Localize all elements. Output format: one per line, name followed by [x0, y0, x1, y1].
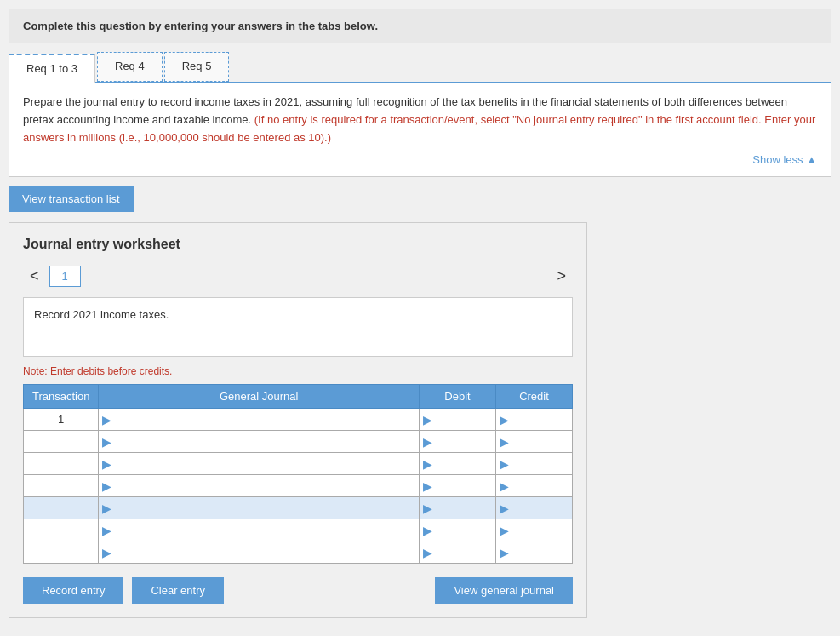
tab-req1to3[interactable]: Req 1 to 3: [9, 54, 95, 83]
journal-table: Transaction General Journal Debit Credit…: [23, 384, 573, 564]
cell-debit-4[interactable]: ▶: [420, 497, 496, 519]
cell-debit-2[interactable]: ▶: [420, 453, 496, 475]
input-marker-general-0: ▶: [99, 413, 111, 427]
table-row: 1▶▶▶: [24, 409, 573, 431]
cell-credit-4[interactable]: ▶: [496, 497, 573, 519]
cell-debit-5[interactable]: ▶: [420, 519, 496, 541]
input-marker-debit-5: ▶: [420, 524, 432, 537]
show-less-container: Show less ▲: [23, 153, 817, 166]
nav-row: < 1 >: [23, 264, 573, 289]
general-journal-input-5[interactable]: [111, 519, 419, 541]
table-row: ▶▶▶: [24, 453, 573, 475]
entry-description-text: Record 2021 income taxes.: [34, 308, 169, 321]
credit-input-6[interactable]: [509, 541, 572, 563]
table-row: ▶▶▶: [24, 475, 573, 497]
cell-credit-6[interactable]: ▶: [496, 541, 573, 564]
input-marker-credit-1: ▶: [496, 435, 509, 449]
input-marker-general-1: ▶: [99, 435, 111, 449]
input-marker-general-5: ▶: [99, 524, 111, 537]
input-marker-general-4: ▶: [99, 501, 111, 515]
debit-input-5[interactable]: [432, 519, 495, 541]
cell-transaction-4: [24, 497, 99, 519]
cell-transaction-1: [24, 431, 99, 453]
col-header-credit: Credit: [496, 385, 573, 409]
note-text: Note: Enter debits before credits.: [23, 365, 573, 377]
clear-entry-button[interactable]: Clear entry: [132, 577, 224, 604]
credit-input-3[interactable]: [509, 475, 572, 496]
credit-input-2[interactable]: [509, 453, 572, 474]
col-header-debit: Debit: [420, 385, 496, 409]
input-marker-credit-3: ▶: [496, 479, 509, 493]
tab-req4[interactable]: Req 4: [97, 52, 163, 82]
actions-row: Record entry Clear entry View general jo…: [23, 577, 573, 604]
input-marker-credit-4: ▶: [496, 501, 509, 515]
current-tab-number: 1: [49, 266, 81, 287]
credit-input-1[interactable]: [509, 431, 572, 452]
general-journal-input-0[interactable]: [111, 409, 419, 430]
general-journal-input-1[interactable]: [111, 431, 419, 452]
input-marker-debit-6: ▶: [420, 546, 432, 559]
record-entry-button[interactable]: Record entry: [23, 577, 123, 604]
worksheet-title: Journal entry worksheet: [23, 237, 573, 252]
cell-credit-0[interactable]: ▶: [496, 409, 573, 431]
view-transaction-list-button[interactable]: View transaction list: [9, 186, 134, 212]
cell-transaction-0: 1: [24, 409, 99, 431]
cell-general-journal-6[interactable]: ▶: [99, 541, 420, 564]
show-less-link[interactable]: Show less ▲: [752, 153, 817, 166]
table-row: ▶▶▶: [24, 541, 573, 564]
input-marker-debit-0: ▶: [420, 413, 432, 427]
table-row: ▶▶▶: [24, 519, 573, 541]
debit-input-0[interactable]: [432, 409, 495, 430]
tabs-row: Req 1 to 3 Req 4 Req 5: [9, 52, 831, 83]
debit-input-1[interactable]: [432, 431, 495, 452]
general-journal-input-6[interactable]: [111, 541, 419, 563]
worksheet-container: Journal entry worksheet < 1 > Record 202…: [9, 222, 587, 618]
input-marker-credit-2: ▶: [496, 457, 509, 471]
cell-credit-3[interactable]: ▶: [496, 475, 573, 497]
cell-transaction-6: [24, 541, 99, 564]
cell-debit-3[interactable]: ▶: [420, 475, 496, 497]
credit-input-0[interactable]: [509, 409, 572, 430]
debit-input-3[interactable]: [432, 475, 495, 496]
instruction-text: Prepare the journal entry to record inco…: [23, 94, 817, 146]
input-marker-debit-4: ▶: [420, 501, 432, 515]
cell-general-journal-2[interactable]: ▶: [99, 453, 420, 475]
table-row: ▶▶▶: [24, 431, 573, 453]
cell-general-journal-5[interactable]: ▶: [99, 519, 420, 541]
view-general-journal-button[interactable]: View general journal: [435, 577, 573, 604]
general-journal-input-4[interactable]: [111, 497, 419, 519]
input-marker-credit-5: ▶: [496, 524, 509, 537]
content-area: Prepare the journal entry to record inco…: [9, 83, 831, 177]
credit-input-4[interactable]: [509, 497, 572, 519]
input-marker-general-6: ▶: [99, 546, 111, 559]
debit-input-6[interactable]: [432, 541, 495, 563]
cell-credit-5[interactable]: ▶: [496, 519, 573, 541]
general-journal-input-2[interactable]: [111, 453, 419, 474]
instruction-banner-text: Complete this question by entering your …: [23, 20, 378, 32]
cell-debit-0[interactable]: ▶: [420, 409, 496, 431]
input-marker-debit-2: ▶: [420, 457, 432, 471]
credit-input-5[interactable]: [509, 519, 572, 541]
input-marker-general-2: ▶: [99, 457, 111, 471]
nav-prev-button[interactable]: <: [23, 264, 46, 289]
cell-credit-1[interactable]: ▶: [496, 431, 573, 453]
input-marker-credit-6: ▶: [496, 546, 509, 559]
cell-general-journal-0[interactable]: ▶: [99, 409, 420, 431]
col-header-transaction: Transaction: [24, 385, 99, 409]
cell-general-journal-3[interactable]: ▶: [99, 475, 420, 497]
debit-input-2[interactable]: [432, 453, 495, 474]
input-marker-general-3: ▶: [99, 479, 111, 493]
cell-credit-2[interactable]: ▶: [496, 453, 573, 475]
input-marker-debit-1: ▶: [420, 435, 432, 449]
tab-req5[interactable]: Req 5: [164, 52, 230, 82]
debit-input-4[interactable]: [432, 497, 495, 519]
input-marker-debit-3: ▶: [420, 479, 432, 493]
nav-next-button[interactable]: >: [550, 264, 573, 289]
cell-transaction-5: [24, 519, 99, 541]
cell-general-journal-4[interactable]: ▶: [99, 497, 420, 519]
cell-debit-6[interactable]: ▶: [420, 541, 496, 564]
instruction-banner: Complete this question by entering your …: [9, 9, 831, 43]
general-journal-input-3[interactable]: [111, 475, 419, 496]
cell-general-journal-1[interactable]: ▶: [99, 431, 420, 453]
cell-debit-1[interactable]: ▶: [420, 431, 496, 453]
